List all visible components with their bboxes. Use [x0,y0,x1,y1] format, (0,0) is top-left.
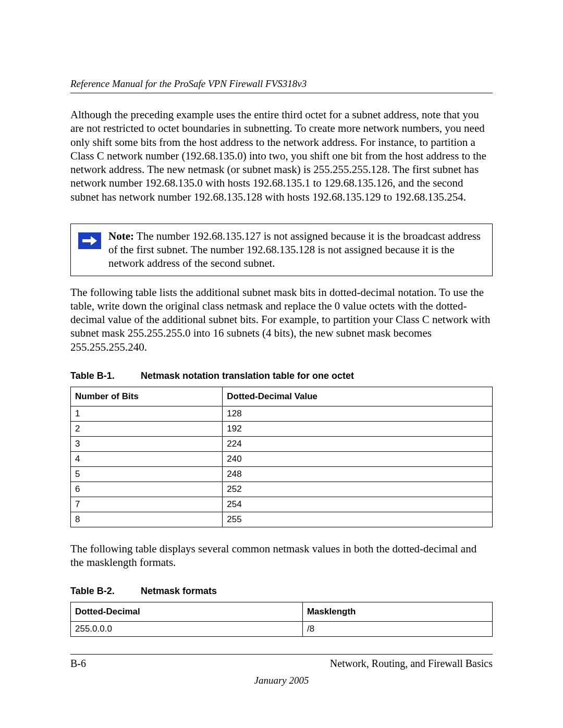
table-row: 7254 [71,497,493,512]
table-cell: 2 [71,421,223,436]
table-row: 5248 [71,466,493,482]
table-cell: 5 [71,466,223,482]
table-row: 3224 [71,436,493,451]
page-footer: B-6 Network, Routing, and Firewall Basic… [70,654,493,686]
arrow-right-icon [78,229,101,249]
table-cell: 192 [223,421,493,436]
table-cell: 224 [223,436,493,451]
table-cell: 252 [223,482,493,497]
table-cell: 254 [223,497,493,512]
table-header-cell: Dotted-Decimal [71,602,303,622]
table-2-caption: Table B-2. Netmask formats [70,586,493,597]
table-2-title: Netmask formats [141,586,217,596]
table-2-label: Table B-2. [70,586,138,597]
table-cell: 3 [71,436,223,451]
table-header-cell: Masklength [302,602,492,622]
table-cell: 6 [71,482,223,497]
footer-section-title: Network, Routing, and Firewall Basics [330,658,493,670]
table-1-label: Table B-1. [70,371,138,381]
table-row: 4240 [71,451,493,466]
table-row: 6252 [71,482,493,497]
table-cell: 4 [71,451,223,466]
table-cell: 248 [223,466,493,482]
table-1-title: Netmask notation translation table for o… [141,371,354,381]
note-callout: Note: The number 192.68.135.127 is not a… [70,224,493,276]
table-row: Number of Bits Dotted-Decimal Value [71,387,493,406]
table-cell: 240 [223,451,493,466]
note-body: The number 192.68.135.127 is not assigne… [108,230,481,270]
running-header: Reference Manual for the ProSafe VPN Fir… [70,78,493,90]
table-row: 255.0.0.0/8 [71,622,493,637]
paragraph-2: The following table lists the additional… [70,286,493,354]
table-row: 8255 [71,512,493,527]
table-2: Dotted-Decimal Masklength 255.0.0.0/8 [70,602,493,637]
paragraph-1: Although the preceding example uses the … [70,108,493,204]
table-header-cell: Dotted-Decimal Value [223,387,493,406]
note-text: Note: The number 192.68.135.127 is not a… [108,229,485,270]
table-cell: 1 [71,406,223,421]
table-1-caption: Table B-1. Netmask notation translation … [70,371,493,381]
header-rule [70,93,493,93]
table-cell: /8 [302,622,492,637]
page-number: B-6 [70,658,86,670]
table-cell: 8 [71,512,223,527]
footer-date: January 2005 [70,675,493,686]
table-row: Dotted-Decimal Masklength [71,602,493,622]
table-row: 2192 [71,421,493,436]
table-1: Number of Bits Dotted-Decimal Value 1128… [70,387,493,527]
table-cell: 255.0.0.0 [71,622,303,637]
table-cell: 128 [223,406,493,421]
table-header-cell: Number of Bits [71,387,223,406]
note-label: Note: [108,230,134,242]
paragraph-3: The following table displays several com… [70,542,493,570]
document-page: Reference Manual for the ProSafe VPN Fir… [0,0,563,728]
table-row: 1128 [71,406,493,421]
footer-rule [70,654,493,655]
table-cell: 7 [71,497,223,512]
table-cell: 255 [223,512,493,527]
